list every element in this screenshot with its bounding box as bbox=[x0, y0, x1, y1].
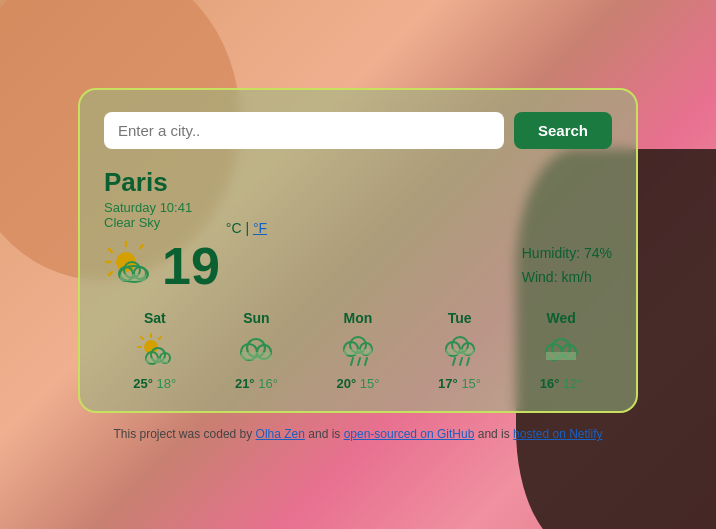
unit-selector: °C | °F bbox=[226, 220, 267, 236]
icon-rain-tue bbox=[441, 332, 479, 370]
wind-label: Wind: km/h bbox=[522, 266, 612, 290]
svg-rect-34 bbox=[446, 349, 474, 355]
svg-line-3 bbox=[109, 272, 112, 275]
humidity-wind-section: Humidity: 74% Wind: km/h bbox=[522, 242, 612, 290]
svg-line-14 bbox=[141, 337, 143, 339]
footer-github-link[interactable]: open-sourced on GitHub bbox=[344, 427, 475, 441]
footer-and2: and is bbox=[478, 427, 513, 441]
footer-prefix: This project was coded by bbox=[114, 427, 256, 441]
day-label-wed: Wed bbox=[547, 310, 576, 326]
unit-fahrenheit[interactable]: °F bbox=[253, 220, 267, 236]
svg-line-28 bbox=[351, 358, 353, 365]
icon-partly-cloudy bbox=[136, 332, 174, 370]
svg-rect-41 bbox=[546, 352, 576, 360]
footer-author-link[interactable]: Olha Zen bbox=[256, 427, 305, 441]
temperature-section: 19 °C | °F bbox=[104, 240, 267, 292]
unit-separator: | bbox=[245, 220, 249, 236]
temperature-value: 19 bbox=[162, 240, 220, 292]
svg-rect-10 bbox=[120, 274, 146, 281]
svg-line-4 bbox=[140, 245, 143, 248]
unit-celsius: °C bbox=[226, 220, 242, 236]
svg-line-37 bbox=[467, 358, 469, 365]
temp-range-sun: 21° 16° bbox=[235, 376, 278, 391]
forecast-day-sat: Sat 25° 18° bbox=[104, 310, 206, 391]
temp-range-tue: 17° 15° bbox=[438, 376, 481, 391]
forecast-day-sun: Sun 21° 16° bbox=[206, 310, 308, 391]
current-weather-icon bbox=[104, 240, 156, 292]
svg-line-30 bbox=[365, 358, 367, 365]
weather-condition: Clear Sky bbox=[104, 215, 612, 230]
svg-line-36 bbox=[460, 358, 462, 365]
svg-rect-27 bbox=[344, 349, 372, 355]
day-label-tue: Tue bbox=[448, 310, 472, 326]
forecast-row: Sat 25° 18° bbox=[104, 310, 612, 391]
svg-line-15 bbox=[159, 337, 161, 339]
city-search-input[interactable] bbox=[104, 112, 504, 149]
footer-and1: and is bbox=[308, 427, 343, 441]
temp-range-wed: 16° 12° bbox=[540, 376, 583, 391]
svg-line-1 bbox=[109, 249, 112, 252]
footer-netlify-link[interactable]: hosted on Netlify bbox=[513, 427, 602, 441]
day-label-sun: Sun bbox=[243, 310, 269, 326]
forecast-day-wed: Wed 16° 12° bbox=[510, 310, 612, 391]
day-label-sat: Sat bbox=[144, 310, 166, 326]
current-weather-row: 19 °C | °F Humidity: 74% Wind: km/h bbox=[104, 240, 612, 292]
date-time: Saturday 10:41 bbox=[104, 200, 612, 215]
weather-card: Search Paris Saturday 10:41 Clear Sky bbox=[78, 88, 638, 413]
svg-line-35 bbox=[453, 358, 455, 365]
humidity-label: Humidity: 74% bbox=[522, 242, 612, 266]
day-label-mon: Mon bbox=[344, 310, 373, 326]
search-row: Search bbox=[104, 112, 612, 149]
svg-rect-23 bbox=[241, 352, 271, 360]
temp-range-sat: 25° 18° bbox=[133, 376, 176, 391]
icon-cloudy-wed bbox=[542, 332, 580, 370]
forecast-day-tue: Tue 17° 15° bbox=[409, 310, 511, 391]
footer: This project was coded by Olha Zen and i… bbox=[114, 427, 603, 441]
svg-line-29 bbox=[358, 358, 360, 365]
icon-cloudy-sun bbox=[237, 332, 275, 370]
city-name: Paris bbox=[104, 167, 612, 198]
svg-rect-19 bbox=[146, 358, 168, 363]
icon-rain-mon bbox=[339, 332, 377, 370]
temp-range-mon: 20° 15° bbox=[337, 376, 380, 391]
search-button[interactable]: Search bbox=[514, 112, 612, 149]
forecast-day-mon: Mon 20° 15° bbox=[307, 310, 409, 391]
